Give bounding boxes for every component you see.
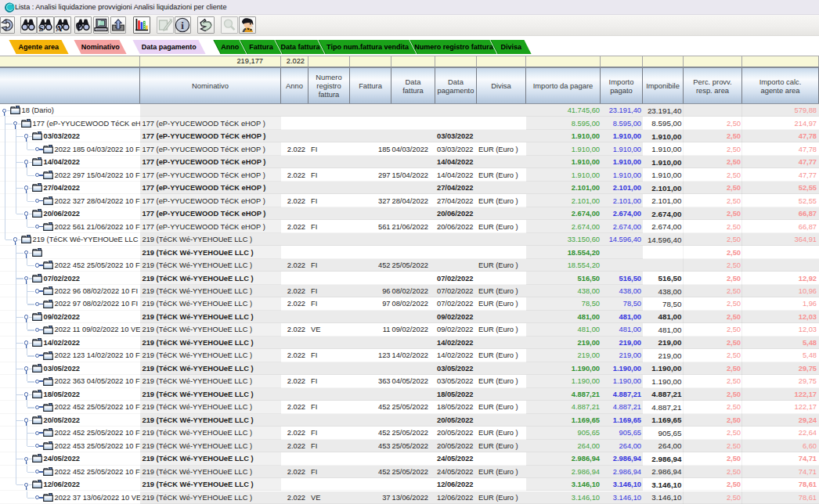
svg-text:A: A bbox=[56, 23, 62, 31]
svg-text:S: S bbox=[38, 23, 43, 31]
svg-text:i: i bbox=[182, 20, 185, 31]
